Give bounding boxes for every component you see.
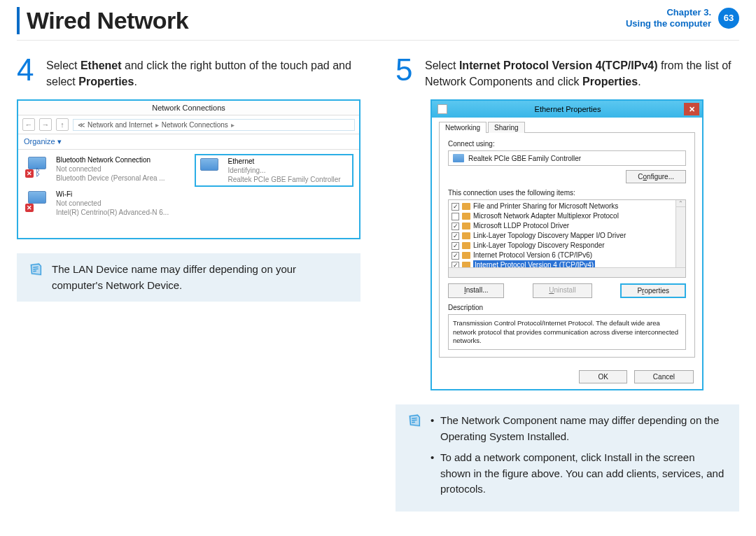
tab-sharing[interactable]: Sharing bbox=[488, 122, 524, 133]
component-item[interactable]: ✓Link-Layer Topology Discovery Mapper I/… bbox=[449, 231, 685, 241]
connection-icon: ✕ bbox=[25, 190, 50, 212]
note-icon bbox=[407, 413, 422, 503]
adapter-icon bbox=[453, 154, 464, 162]
chapter-subline: Using the computer bbox=[626, 18, 711, 29]
component-item[interactable]: ✓Microsoft LLDP Protocol Driver bbox=[449, 221, 685, 231]
page-title-wrap: Wired Network bbox=[17, 7, 188, 34]
breadcrumb[interactable]: ≪ Network and Internet▸ Network Connecti… bbox=[73, 119, 355, 131]
component-item[interactable]: ✓Internet Protocol Version 6 (TCP/IPv6) bbox=[449, 251, 685, 260]
checkbox[interactable]: ✓ bbox=[451, 242, 459, 250]
window-icon bbox=[438, 104, 447, 114]
note-icon bbox=[28, 262, 43, 293]
back-button[interactable]: ← bbox=[22, 118, 35, 131]
organize-menu[interactable]: Organize ▾ bbox=[18, 134, 359, 150]
connection-item[interactable]: EthernetIdentifying...Realtek PCIe GBE F… bbox=[195, 154, 354, 187]
nc-titlebar: Network Connections bbox=[18, 101, 359, 115]
note-text: To add a network component, click Instal… bbox=[430, 450, 728, 498]
description-text: Transmission Control Protocol/Internet P… bbox=[448, 314, 686, 350]
scrollbar-horizontal[interactable] bbox=[449, 267, 685, 277]
protocol-icon bbox=[462, 252, 470, 259]
ok-button[interactable]: OK bbox=[579, 370, 626, 383]
protocol-icon bbox=[462, 242, 470, 249]
note-callout: The LAN Device name may differ depending… bbox=[17, 253, 360, 302]
checkbox[interactable] bbox=[451, 213, 459, 220]
properties-button[interactable]: Properties bbox=[620, 283, 686, 298]
page-title: Wired Network bbox=[27, 7, 188, 34]
ethernet-properties-screenshot: Ethernet Properties ✕ Networking Sharing… bbox=[430, 99, 704, 390]
description-label: Description bbox=[448, 304, 686, 311]
protocol-icon bbox=[462, 203, 470, 210]
note-text: The Network Component name may differ de… bbox=[430, 413, 728, 444]
step-number: 5 bbox=[396, 55, 416, 90]
component-item[interactable]: ✓File and Printer Sharing for Microsoft … bbox=[449, 202, 685, 211]
chapter-line: Chapter 3. bbox=[626, 7, 711, 18]
adapter-field: Realtek PCIe GBE Family Controller bbox=[448, 150, 686, 166]
forward-button[interactable]: → bbox=[39, 118, 52, 131]
close-icon[interactable]: ✕ bbox=[684, 103, 699, 115]
protocol-icon bbox=[462, 232, 470, 239]
connection-item[interactable]: ✕ᛒBluetooth Network ConnectionNot connec… bbox=[25, 155, 182, 183]
checkbox[interactable]: ✓ bbox=[451, 203, 459, 211]
components-list[interactable]: ✓File and Printer Sharing for Microsoft … bbox=[448, 199, 686, 278]
step-number: 4 bbox=[17, 55, 38, 90]
network-connections-screenshot: Network Connections ← → ↑ ≪ Network and … bbox=[17, 99, 360, 239]
page-number-badge: 63 bbox=[718, 8, 739, 29]
note-text: The LAN Device name may differ depending… bbox=[52, 262, 349, 293]
checkbox[interactable]: ✓ bbox=[451, 232, 459, 240]
component-item[interactable]: Microsoft Network Adapter Multiplexor Pr… bbox=[449, 211, 685, 221]
connection-icon bbox=[197, 157, 223, 179]
step-text: Select Internet Protocol Version 4(TCP/I… bbox=[425, 55, 739, 90]
protocol-icon bbox=[462, 223, 470, 230]
scrollbar-vertical[interactable] bbox=[676, 200, 685, 267]
install-button[interactable]: Install... bbox=[448, 283, 504, 298]
checkbox[interactable]: ✓ bbox=[451, 223, 459, 230]
nc-toolbar: ← → ↑ ≪ Network and Internet▸ Network Co… bbox=[18, 115, 359, 134]
connect-using-label: Connect using: bbox=[448, 140, 686, 148]
connection-item[interactable]: ✕Wi-FiNot connectedIntel(R) Centrino(R) … bbox=[25, 190, 182, 217]
uninstall-button[interactable]: Uninstall bbox=[533, 283, 592, 298]
checkbox[interactable]: ✓ bbox=[451, 252, 459, 260]
items-label: This connection uses the following items… bbox=[448, 189, 686, 197]
adapter-name: Realtek PCIe GBE Family Controller bbox=[468, 155, 581, 162]
component-item[interactable]: ✓Link-Layer Topology Discovery Responder bbox=[449, 241, 685, 251]
cancel-button[interactable]: Cancel bbox=[634, 370, 694, 383]
step-text: Select Ethenet and click the right butto… bbox=[46, 55, 360, 90]
note-callout: The Network Component name may differ de… bbox=[396, 404, 739, 512]
connection-icon: ✕ᛒ bbox=[25, 155, 50, 178]
tab-networking[interactable]: Networking bbox=[439, 122, 486, 133]
up-button[interactable]: ↑ bbox=[56, 118, 69, 131]
ep-titlebar: Ethernet Properties ✕ bbox=[432, 101, 702, 118]
chapter-info: Chapter 3. Using the computer 63 bbox=[626, 7, 739, 29]
configure-button[interactable]: Configure... bbox=[626, 170, 686, 183]
window-title: Ethernet Properties bbox=[451, 105, 684, 113]
protocol-icon bbox=[462, 213, 470, 220]
